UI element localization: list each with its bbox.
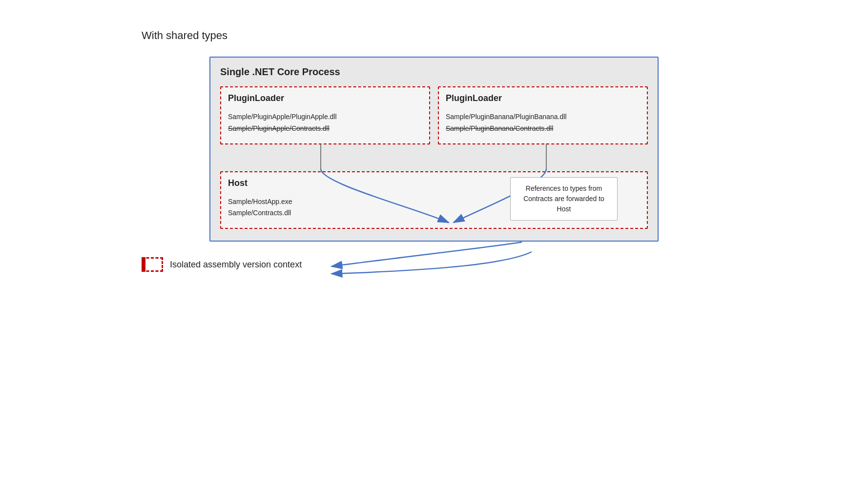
outer-box-label: Single .NET Core Process bbox=[220, 66, 648, 78]
page-container: With shared types Single .NET Core Proce… bbox=[0, 0, 868, 488]
plugin-loader-2-file2: Sample/PluginBanana/Contracts.dll bbox=[446, 123, 640, 135]
connector-area bbox=[220, 144, 648, 171]
plugin-loader-1-box: PluginLoader Sample/PluginApple/PluginAp… bbox=[220, 86, 430, 144]
callout-box: References to types from Contracts are f… bbox=[510, 177, 618, 221]
outer-process-box: Single .NET Core Process PluginLoader Sa… bbox=[209, 57, 659, 242]
callout-line2: Contracts are forwarded to Host bbox=[523, 195, 604, 213]
plugin-loader-1-label: PluginLoader bbox=[228, 93, 422, 103]
legend-text: Isolated assembly version context bbox=[170, 260, 302, 270]
diagram-wrapper: Single .NET Core Process PluginLoader Sa… bbox=[209, 57, 659, 242]
callout-line1: References to types from bbox=[526, 184, 602, 192]
page-title: With shared types bbox=[142, 29, 227, 42]
plugin-row: PluginLoader Sample/PluginApple/PluginAp… bbox=[220, 86, 648, 144]
plugin-loader-2-file1: Sample/PluginBanana/PluginBanana.dll bbox=[446, 111, 640, 123]
plugin-loader-2-box: PluginLoader Sample/PluginBanana/PluginB… bbox=[438, 86, 648, 144]
plugin-loader-1-file2: Sample/PluginApple/Contracts.dll bbox=[228, 123, 422, 135]
host-box: Host Sample/HostApp.exe Sample/Contracts… bbox=[220, 171, 648, 229]
plugin-loader-2-label: PluginLoader bbox=[446, 93, 640, 103]
legend: Isolated assembly version context bbox=[142, 257, 302, 272]
plugin-loader-1-file1: Sample/PluginApple/PluginApple.dll bbox=[228, 111, 422, 123]
